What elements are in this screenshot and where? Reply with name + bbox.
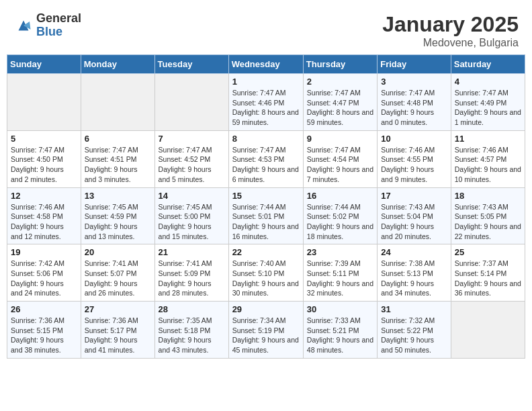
day-info: Sunrise: 7:46 AM Sunset: 4:55 PM Dayligh… [381,145,447,185]
day-info: Sunrise: 7:47 AM Sunset: 4:51 PM Dayligh… [85,145,151,185]
day-info: Sunrise: 7:47 AM Sunset: 4:50 PM Dayligh… [11,145,77,185]
day-number: 26 [11,304,77,314]
calendar-table: SundayMondayTuesdayWednesdayThursdayFrid… [7,54,525,359]
day-cell: 24Sunrise: 7:38 AM Sunset: 5:13 PM Dayli… [378,244,451,302]
day-number: 2 [307,77,373,87]
week-row-4: 26Sunrise: 7:36 AM Sunset: 5:15 PM Dayli… [7,302,525,359]
day-number: 17 [381,191,447,201]
day-info: Sunrise: 7:45 AM Sunset: 4:59 PM Dayligh… [85,202,151,242]
day-cell [81,74,154,131]
day-number: 24 [381,247,447,257]
day-cell: 21Sunrise: 7:41 AM Sunset: 5:09 PM Dayli… [154,244,228,302]
day-cell [451,302,525,359]
day-info: Sunrise: 7:43 AM Sunset: 5:04 PM Dayligh… [381,202,447,242]
header-monday: Monday [81,55,154,74]
week-row-0: 1Sunrise: 7:47 AM Sunset: 4:46 PM Daylig… [7,74,525,131]
page-header: General Blue January 2025 Medovene, Bulg… [7,7,525,52]
day-number: 8 [232,134,300,144]
day-cell: 29Sunrise: 7:34 AM Sunset: 5:19 PM Dayli… [228,302,303,359]
day-info: Sunrise: 7:40 AM Sunset: 5:10 PM Dayligh… [232,259,300,298]
day-info: Sunrise: 7:32 AM Sunset: 5:22 PM Dayligh… [381,316,447,355]
day-number: 16 [307,191,373,201]
day-info: Sunrise: 7:46 AM Sunset: 4:57 PM Dayligh… [455,145,521,185]
day-cell: 26Sunrise: 7:36 AM Sunset: 5:15 PM Dayli… [7,302,81,359]
day-cell: 16Sunrise: 7:44 AM Sunset: 5:02 PM Dayli… [303,187,377,244]
day-number: 4 [455,77,521,87]
day-cell: 2Sunrise: 7:47 AM Sunset: 4:47 PM Daylig… [303,74,377,131]
day-cell: 5Sunrise: 7:47 AM Sunset: 4:50 PM Daylig… [7,130,81,187]
day-cell: 19Sunrise: 7:42 AM Sunset: 5:06 PM Dayli… [7,244,81,302]
day-info: Sunrise: 7:38 AM Sunset: 5:13 PM Dayligh… [381,259,447,298]
week-row-2: 12Sunrise: 7:46 AM Sunset: 4:58 PM Dayli… [7,187,525,244]
day-number: 28 [159,304,225,314]
day-cell: 4Sunrise: 7:47 AM Sunset: 4:49 PM Daylig… [451,74,525,131]
day-cell: 18Sunrise: 7:43 AM Sunset: 5:05 PM Dayli… [451,187,525,244]
day-cell [7,74,81,131]
day-cell: 25Sunrise: 7:37 AM Sunset: 5:14 PM Dayli… [451,244,525,302]
header-wednesday: Wednesday [228,55,303,74]
day-info: Sunrise: 7:47 AM Sunset: 4:49 PM Dayligh… [455,88,521,128]
day-cell: 14Sunrise: 7:45 AM Sunset: 5:00 PM Dayli… [154,187,228,244]
week-row-3: 19Sunrise: 7:42 AM Sunset: 5:06 PM Dayli… [7,244,525,302]
day-number: 11 [455,134,521,144]
day-cell [154,74,228,131]
day-info: Sunrise: 7:39 AM Sunset: 5:11 PM Dayligh… [307,259,373,298]
month-title: January 2025 [382,12,519,37]
day-number: 6 [85,134,151,144]
day-number: 1 [232,77,300,87]
day-cell: 30Sunrise: 7:33 AM Sunset: 5:21 PM Dayli… [303,302,377,359]
day-info: Sunrise: 7:47 AM Sunset: 4:53 PM Dayligh… [232,145,300,185]
day-number: 12 [11,191,77,201]
header-thursday: Thursday [303,55,377,74]
day-cell: 10Sunrise: 7:46 AM Sunset: 4:55 PM Dayli… [378,130,451,187]
day-number: 23 [307,247,373,257]
day-cell: 8Sunrise: 7:47 AM Sunset: 4:53 PM Daylig… [228,130,303,187]
day-number: 13 [85,191,151,201]
day-info: Sunrise: 7:35 AM Sunset: 5:18 PM Dayligh… [159,316,225,355]
day-info: Sunrise: 7:33 AM Sunset: 5:21 PM Dayligh… [307,316,373,355]
day-cell: 6Sunrise: 7:47 AM Sunset: 4:51 PM Daylig… [81,130,154,187]
day-cell: 27Sunrise: 7:36 AM Sunset: 5:17 PM Dayli… [81,302,154,359]
day-info: Sunrise: 7:45 AM Sunset: 5:00 PM Dayligh… [159,202,225,242]
day-cell: 7Sunrise: 7:47 AM Sunset: 4:52 PM Daylig… [154,130,228,187]
day-info: Sunrise: 7:34 AM Sunset: 5:19 PM Dayligh… [232,316,300,355]
header-saturday: Saturday [451,55,525,74]
day-cell: 28Sunrise: 7:35 AM Sunset: 5:18 PM Dayli… [154,302,228,359]
day-cell: 15Sunrise: 7:44 AM Sunset: 5:01 PM Dayli… [228,187,303,244]
day-info: Sunrise: 7:47 AM Sunset: 4:52 PM Dayligh… [159,145,225,185]
logo: General Blue [13,12,81,39]
day-info: Sunrise: 7:46 AM Sunset: 4:58 PM Dayligh… [11,202,77,242]
day-cell: 1Sunrise: 7:47 AM Sunset: 4:46 PM Daylig… [228,74,303,131]
day-number: 25 [455,247,521,257]
day-info: Sunrise: 7:41 AM Sunset: 5:09 PM Dayligh… [159,259,225,298]
header-tuesday: Tuesday [154,55,228,74]
day-cell: 13Sunrise: 7:45 AM Sunset: 4:59 PM Dayli… [81,187,154,244]
header-friday: Friday [378,55,451,74]
day-info: Sunrise: 7:44 AM Sunset: 5:01 PM Dayligh… [232,202,300,242]
day-cell: 17Sunrise: 7:43 AM Sunset: 5:04 PM Dayli… [378,187,451,244]
day-number: 27 [85,304,151,314]
day-info: Sunrise: 7:47 AM Sunset: 4:47 PM Dayligh… [307,88,373,128]
day-number: 7 [159,134,225,144]
day-cell: 23Sunrise: 7:39 AM Sunset: 5:11 PM Dayli… [303,244,377,302]
day-info: Sunrise: 7:43 AM Sunset: 5:05 PM Dayligh… [455,202,521,242]
week-row-1: 5Sunrise: 7:47 AM Sunset: 4:50 PM Daylig… [7,130,525,187]
day-info: Sunrise: 7:47 AM Sunset: 4:54 PM Dayligh… [307,145,373,185]
day-number: 15 [232,191,300,201]
calendar-header-row: SundayMondayTuesdayWednesdayThursdayFrid… [7,55,525,74]
logo-general: General [36,12,81,26]
day-cell: 31Sunrise: 7:32 AM Sunset: 5:22 PM Dayli… [378,302,451,359]
logo-icon [13,15,34,36]
day-info: Sunrise: 7:42 AM Sunset: 5:06 PM Dayligh… [11,259,77,298]
day-info: Sunrise: 7:37 AM Sunset: 5:14 PM Dayligh… [455,259,521,298]
day-number: 29 [232,304,300,314]
day-cell: 22Sunrise: 7:40 AM Sunset: 5:10 PM Dayli… [228,244,303,302]
day-number: 3 [381,77,447,87]
location: Medovene, Bulgaria [382,37,519,49]
day-number: 14 [159,191,225,201]
day-cell: 11Sunrise: 7:46 AM Sunset: 4:57 PM Dayli… [451,130,525,187]
header-sunday: Sunday [7,55,81,74]
day-cell: 3Sunrise: 7:47 AM Sunset: 4:48 PM Daylig… [378,74,451,131]
day-info: Sunrise: 7:36 AM Sunset: 5:15 PM Dayligh… [11,316,77,355]
day-number: 21 [159,247,225,257]
